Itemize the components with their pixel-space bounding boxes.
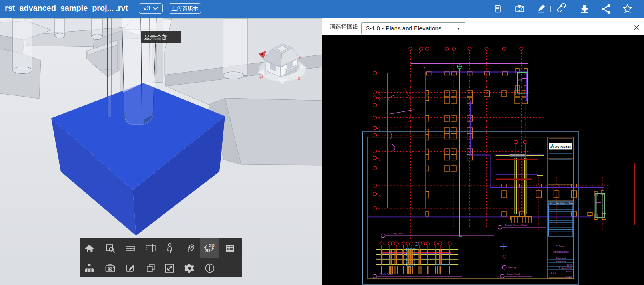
svg-text:Description: Description — [556, 202, 565, 204]
svg-text:3D: 3D — [209, 243, 215, 248]
svg-text:B. Gwud 9305: B. Gwud 9305 — [559, 267, 572, 269]
svg-text:0' - Entry Level: 0' - Entry Level — [388, 232, 403, 235]
svg-text:No.: No. — [550, 202, 552, 204]
svg-text:Elevations: Elevations — [556, 260, 566, 263]
svg-text:Author: Author — [566, 270, 572, 273]
svg-text:Pile Cap: Pile Cap — [508, 266, 516, 269]
svg-text:S-1.0: S-1.0 — [551, 272, 556, 274]
svg-text:E: E — [298, 55, 303, 61]
svg-text:P AS 9: P AS 9 — [566, 276, 572, 278]
svg-text:2. Datum: 2. Datum — [556, 245, 566, 247]
svg-text:Typical Column Detail: Typical Column Detail — [505, 224, 527, 226]
svg-text:Technical School: Technical School — [552, 251, 569, 253]
svg-text:Lower Level: Lower Level — [507, 273, 520, 275]
svg-text:06/09: 06/09 — [566, 264, 572, 266]
svg-text:Plans and: Plans and — [556, 257, 566, 259]
svg-text:AUTODESK: AUTODESK — [555, 145, 571, 148]
svg-text:Date: Date — [569, 202, 573, 204]
